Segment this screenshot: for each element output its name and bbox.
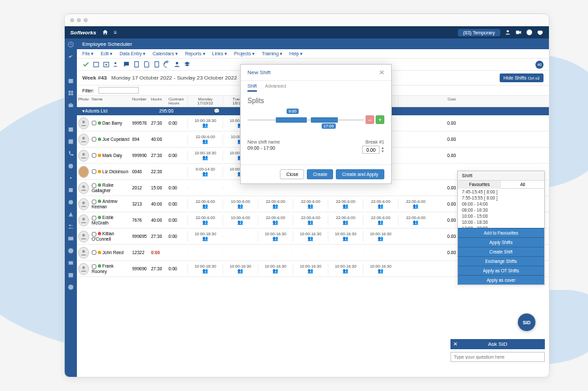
row-checkbox[interactable] [92,200,96,204]
sidebar-clock-icon[interactable] [67,41,74,48]
row-checkbox[interactable] [92,250,96,255]
shift-tab-favourites[interactable]: Favourites [458,181,501,189]
sidebar-more6-icon[interactable] [67,272,74,278]
tab-advanced[interactable]: Advanced [265,84,286,92]
employee-number: 2012 [131,184,150,191]
header-cost[interactable]: Cost [433,96,457,107]
sid-close-icon[interactable]: ✕ [453,341,458,347]
split-label-end[interactable]: 17:00 [322,123,336,129]
header-contract[interactable]: Contract Hours [167,96,187,107]
row-checkbox[interactable] [92,121,96,125]
row-checkbox[interactable] [92,232,96,237]
sidebar-people-icon[interactable] [67,223,74,230]
menu-links[interactable]: Links ▾ [212,51,227,57]
remove-split-button[interactable]: − [365,115,374,124]
tab-shift[interactable]: Shift [247,84,257,92]
shift-action-button[interactable]: Apply as OT Shifts [458,266,544,275]
hide-shifts-button[interactable]: Hide Shifts Ctrl x2 [500,73,543,82]
sidebar-calendar-icon[interactable] [67,78,74,84]
sidebar-list-icon[interactable] [67,65,74,72]
svg-point-28 [82,121,85,123]
row-checkbox[interactable] [92,183,96,188]
row-checkbox[interactable] [92,264,96,269]
sidebar-box-icon[interactable] [67,138,74,145]
menu-help[interactable]: Help ▾ [289,51,303,57]
sidebar-more3-icon[interactable] [67,211,74,218]
sidebar-more7-icon[interactable] [67,284,74,291]
sidebar-chart-icon[interactable] [67,114,74,121]
menu-icon[interactable]: ≡ [114,30,117,36]
shift-name-value[interactable]: 09:00 - 17:00 [247,146,314,150]
row-checkbox[interactable] [92,137,96,142]
menu-file[interactable]: File ▾ [82,51,94,57]
menu-calendars[interactable]: Calendars ▾ [152,51,178,57]
calendar-icon[interactable] [92,61,100,68]
sid-input[interactable] [450,352,545,362]
create-apply-button[interactable]: Create and Apply [336,169,384,179]
info-icon[interactable] [526,29,533,36]
add-split-button[interactable]: + [376,115,384,124]
sidebar-mail-icon[interactable] [67,235,74,242]
count-badge[interactable]: 40 [535,61,543,69]
menu-dataentry[interactable]: Data Entry ▾ [119,51,146,57]
break-input[interactable] [362,146,380,154]
refresh-icon[interactable] [163,61,171,68]
shift-list-item[interactable]: 06:00 - 14:00 [458,201,544,207]
header-name[interactable]: Name [90,96,131,107]
sidebar-more1-icon[interactable] [67,187,74,193]
shift-list-item[interactable]: 7:45-15:45 [ 8:00 ] [458,189,544,195]
save2-icon[interactable] [143,61,150,68]
row-checkbox[interactable] [92,153,96,158]
menu-training[interactable]: Training ▾ [262,51,283,57]
shift-action-button[interactable]: Apply Shifts [458,237,544,247]
video-icon[interactable] [515,29,522,36]
people-icon[interactable] [113,61,120,68]
sidebar-more5-icon[interactable] [67,260,74,266]
power-icon[interactable] [537,29,543,36]
context-switcher[interactable]: (83) Temporary [458,29,500,36]
sidebar-phone-icon[interactable] [67,150,74,157]
shift-list-item[interactable]: 10:00 - 15:00 [458,213,544,219]
modal-close-icon[interactable]: ✕ [379,69,384,76]
row-checkbox[interactable] [92,169,96,174]
sidebar-timer-icon[interactable] [67,162,74,169]
shift-tab-all[interactable]: All [501,181,544,189]
person-icon[interactable] [173,61,181,68]
break-stepper[interactable]: ▲▼ [381,146,384,153]
split-label-start[interactable]: 9:00 [287,109,299,114]
filter-input[interactable] [98,87,139,94]
chat-icon[interactable] [123,61,130,68]
shift-list-item[interactable]: 7:55-15:55 [ 8:00 ] [458,195,544,201]
menu-edit[interactable]: Edit ▾ [100,51,113,57]
splits-timeline[interactable]: 9:00 17:00 − + [247,110,384,130]
sid-badge[interactable]: SiD [518,313,535,331]
shift-list-item[interactable]: 08:00 - 16:30 [458,207,544,213]
sidebar-gear-icon[interactable] [67,175,74,181]
menu-reports[interactable]: Reports ▾ [185,51,205,57]
page-icon[interactable] [133,61,140,68]
calendar-plus-icon[interactable] [102,61,110,68]
shift-action-button[interactable]: Apply as cover [458,275,544,284]
shift-action-button[interactable]: Add to Favourites [458,228,544,237]
shift-action-button[interactable]: Create Shift [458,247,544,256]
create-button[interactable]: Create [307,169,333,179]
shift-list-item[interactable]: 10:00 - 18:30 [458,219,544,225]
user-switch-icon[interactable] [504,29,511,36]
menu-projects[interactable]: Projects ▾ [234,51,255,57]
sidebar-check-icon[interactable] [67,53,74,60]
sidebar-more4-icon[interactable] [67,247,74,254]
sidebar-more2-icon[interactable] [67,199,74,206]
save-icon[interactable] [82,61,90,68]
sidebar-grid-icon[interactable] [67,90,74,96]
sidebar-calendar2-icon[interactable] [67,126,74,133]
header-hours[interactable]: Hours [150,96,167,107]
layers-icon[interactable] [183,61,191,68]
page2-icon[interactable] [153,61,160,68]
shift-action-button[interactable]: Exchange Shifts [458,256,544,266]
close-button[interactable]: Close [280,169,304,179]
header-number[interactable]: Number [131,96,150,107]
header-monday[interactable]: Monday17/10/22 [187,96,223,107]
row-checkbox[interactable] [92,216,96,220]
sidebar-briefcase-icon[interactable] [67,102,74,109]
home-icon[interactable] [102,29,109,36]
